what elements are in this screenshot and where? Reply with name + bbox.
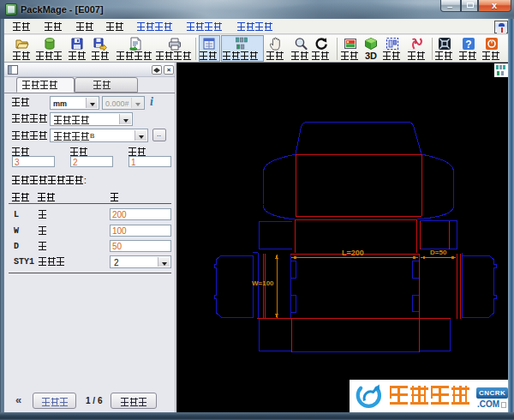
svg-text:?: ? [465, 39, 471, 51]
svg-text:L=200: L=200 [342, 249, 364, 257]
svg-text:D=50: D=50 [430, 249, 447, 256]
svg-text:W=100: W=100 [252, 279, 274, 287]
